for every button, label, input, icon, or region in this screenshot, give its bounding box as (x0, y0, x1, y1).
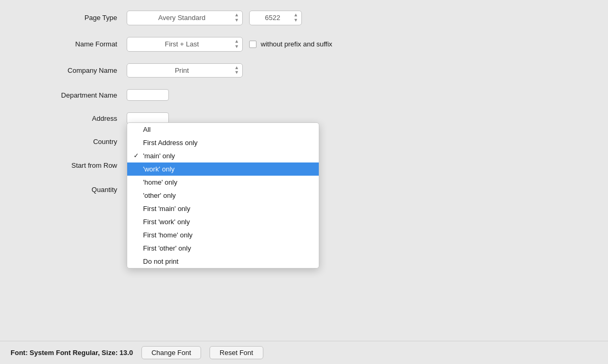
dropdown-item[interactable]: 'main' only (127, 149, 319, 162)
company-name-chevrons: ▲ ▼ (234, 65, 239, 76)
dropdown-item[interactable]: First 'work' only (127, 215, 319, 228)
change-font-button[interactable]: Change Font (141, 346, 201, 359)
country-label: Country (21, 138, 127, 146)
department-name-label: Department Name (21, 91, 127, 99)
dropdown-item[interactable]: First Address only (127, 136, 319, 149)
department-name-row: Department Name (21, 89, 587, 101)
dropdown-item[interactable]: All (127, 123, 319, 136)
dropdown-item[interactable]: First 'other' only (127, 242, 319, 255)
address-label: Address (21, 114, 127, 122)
address-dropdown: AllFirst Address only'main' only'work' o… (127, 122, 319, 269)
name-format-chevrons: ▲ ▼ (234, 39, 239, 50)
page-type-select[interactable]: Avery Standard ▲ ▼ (127, 11, 243, 25)
dropdown-item[interactable]: 'other' only (127, 189, 319, 202)
prefix-suffix-checkbox[interactable] (249, 41, 256, 48)
company-name-select[interactable]: Print ▲ ▼ (127, 63, 243, 78)
name-format-select[interactable]: First + Last ▲ ▼ (127, 37, 243, 52)
page-type-row: Page Type Avery Standard ▲ ▼ 6522 ▲ ▼ (21, 11, 587, 25)
page-type-code-select[interactable]: 6522 ▲ ▼ (249, 11, 302, 25)
font-info-label: Font: System Font Regular, Size: 13.0 (11, 349, 133, 357)
dropdown-item[interactable]: First 'home' only (127, 228, 319, 242)
page-type-chevrons: ▲ ▼ (234, 13, 239, 23)
company-name-row: Company Name Print ▲ ▼ (21, 63, 587, 78)
quantity-label: Quantity (21, 186, 127, 194)
department-name-input[interactable] (127, 89, 169, 101)
prefix-suffix-container: without prefix and suffix (249, 40, 332, 48)
reset-font-button[interactable]: Reset Font (210, 346, 263, 359)
dropdown-item[interactable]: First 'main' only (127, 202, 319, 215)
page-type-label: Page Type (21, 14, 127, 22)
footer-bar: Font: System Font Regular, Size: 13.0 Ch… (0, 341, 608, 364)
dropdown-item[interactable]: Do not print (127, 255, 319, 268)
dropdown-item[interactable]: 'work' only (127, 162, 319, 176)
dropdown-item[interactable]: 'home' only (127, 176, 319, 189)
prefix-suffix-label: without prefix and suffix (261, 40, 332, 48)
name-format-label: Name Format (21, 40, 127, 48)
start-from-row-label: Start from Row (21, 161, 127, 169)
name-format-row: Name Format First + Last ▲ ▼ without pre… (21, 37, 587, 52)
company-name-label: Company Name (21, 66, 127, 74)
page-type-code-chevrons: ▲ ▼ (293, 13, 298, 23)
